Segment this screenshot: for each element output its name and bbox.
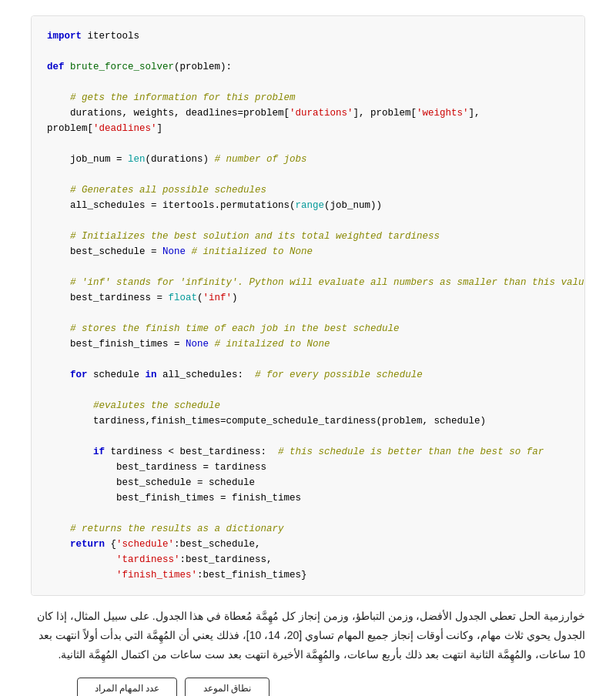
arabic-explanation: خوارزمية الحل تعطي الجدول الأفضل، وزمن ا…: [31, 607, 585, 665]
main-code-block: import itertools def brute_force_solver(…: [31, 15, 585, 596]
annotation-area: عدد المهام المراد إنشاؤها. نطاق الموعد ا…: [31, 678, 585, 696]
annotation-deadline: نطاق الموعد النهائي.: [185, 678, 270, 696]
annotation-jobs-count: عدد المهام المراد إنشاؤها.: [77, 678, 177, 696]
